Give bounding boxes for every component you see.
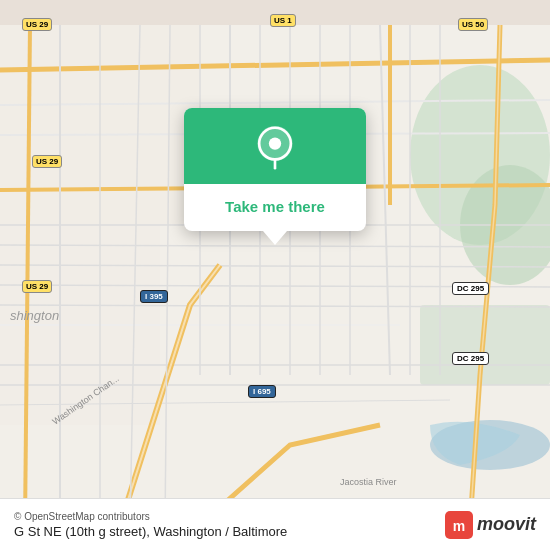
badge-us50-tr: US 50 bbox=[458, 18, 488, 31]
svg-point-40 bbox=[269, 137, 281, 149]
osm-attribution: © OpenStreetMap contributors bbox=[14, 511, 287, 522]
take-me-there-button[interactable]: Take me there bbox=[196, 194, 354, 219]
svg-text:m: m bbox=[453, 518, 465, 534]
badge-us29-tl: US 29 bbox=[22, 18, 52, 31]
popup-triangle bbox=[263, 231, 287, 245]
badge-dc295-r: DC 295 bbox=[452, 282, 489, 295]
location-popup: Take me there bbox=[184, 108, 366, 231]
info-bar-left: © OpenStreetMap contributors G St NE (10… bbox=[14, 511, 287, 539]
moovit-text: moovit bbox=[477, 514, 536, 535]
badge-us29-ml: US 29 bbox=[32, 155, 62, 168]
moovit-icon: m bbox=[445, 511, 473, 539]
popup-button-area: Take me there bbox=[184, 184, 366, 231]
svg-text:Jacostia River: Jacostia River bbox=[340, 477, 397, 487]
moovit-logo: m moovit bbox=[445, 511, 536, 539]
location-pin-icon bbox=[253, 126, 297, 170]
badge-dc295-b: DC 295 bbox=[452, 352, 489, 365]
map-roads: Washington Chan... Jacostia River shingt… bbox=[0, 0, 550, 550]
badge-us1-top: US 1 bbox=[270, 14, 296, 27]
location-label: G St NE (10th g street), Washington / Ba… bbox=[14, 524, 287, 539]
badge-us29-bl: US 29 bbox=[22, 280, 52, 293]
map-container: Washington Chan... Jacostia River shingt… bbox=[0, 0, 550, 550]
svg-text:shington: shington bbox=[10, 308, 59, 323]
popup-header bbox=[184, 108, 366, 184]
info-bar: © OpenStreetMap contributors G St NE (10… bbox=[0, 498, 550, 550]
badge-i395: I 395 bbox=[140, 290, 168, 303]
badge-i695: I 695 bbox=[248, 385, 276, 398]
